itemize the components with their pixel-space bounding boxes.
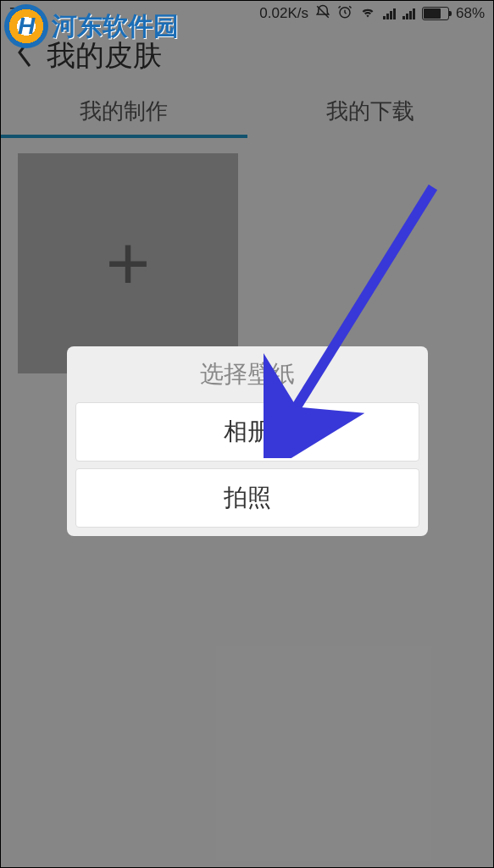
option-camera-button[interactable]: 拍照 <box>75 468 419 528</box>
option-label: 拍照 <box>224 482 271 514</box>
dialog-title: 选择壁纸 <box>75 358 419 390</box>
watermark-text: 河东软件园 <box>52 9 179 44</box>
watermark-logo-icon <box>4 4 48 48</box>
watermark: 河东软件园 <box>4 4 179 48</box>
option-album-button[interactable]: 相册 <box>75 402 419 462</box>
option-label: 相册 <box>224 416 271 448</box>
wallpaper-dialog: 选择壁纸 相册 拍照 <box>67 346 428 536</box>
